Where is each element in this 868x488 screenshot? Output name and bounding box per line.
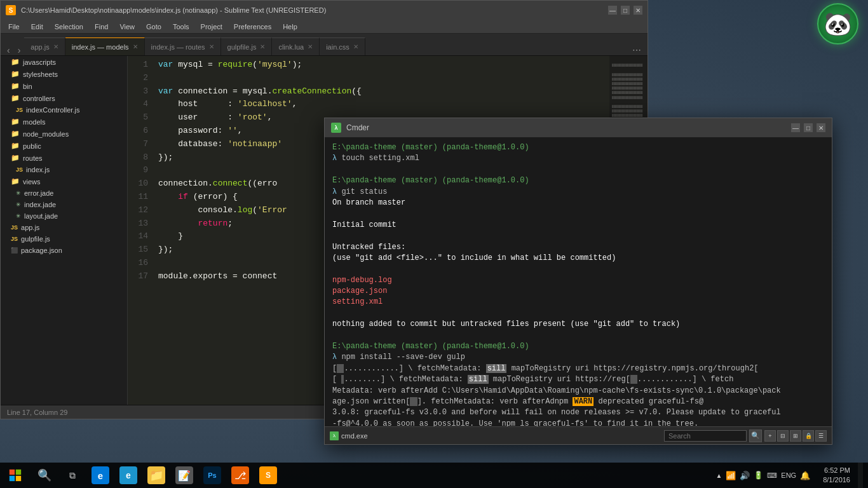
terminal-tab-cmd[interactable]: λ cmd.exe — [330, 431, 368, 440]
js-file-icon: JS — [11, 236, 18, 242]
menu-edit[interactable]: Edit — [26, 22, 48, 32]
menu-help[interactable]: Help — [278, 22, 302, 32]
sidebar-item-models[interactable]: 📁 models — [1, 116, 127, 128]
json-file-icon: ⬛ — [11, 247, 18, 254]
menu-tools[interactable]: Tools — [168, 22, 194, 32]
sublime-title-bar: S C:\Users\Hamid\Desktop\notinaapp\model… — [1, 1, 648, 20]
sidebar-item-appjs[interactable]: JS app.js — [1, 222, 127, 233]
close-button[interactable]: ✕ — [634, 6, 642, 15]
menu-find[interactable]: Find — [90, 22, 113, 32]
terminal-search-button[interactable]: 🔍 — [749, 430, 762, 442]
tab-gulpfile[interactable]: gulpfile.js ✕ — [221, 37, 273, 55]
tab-close-clink[interactable]: ✕ — [308, 43, 313, 50]
menu-view[interactable]: View — [114, 22, 140, 32]
tab-iain-css[interactable]: iain.css ✕ — [320, 37, 365, 55]
svg-rect-3 — [16, 476, 21, 481]
sublime-title: C:\Users\Hamid\Desktop\notinaapp\models\… — [21, 6, 603, 14]
folder-icon: 📁 — [11, 58, 20, 66]
taskbar-clock[interactable]: 6:52 PM 8/1/2016 — [818, 466, 855, 485]
terminal-line-8: (use "git add <file>..." to include in w… — [332, 253, 824, 264]
taskbar-edge-browser[interactable]: e — [86, 463, 114, 488]
terminal-lock-button[interactable]: 🔒 — [803, 430, 814, 442]
cmder-minimize-button[interactable]: — — [791, 123, 800, 132]
menu-goto[interactable]: Goto — [141, 22, 166, 32]
systray-caret[interactable]: ▲ — [715, 472, 722, 479]
sidebar-item-views[interactable]: 📁 views — [1, 175, 127, 187]
tab-indexjs-routes[interactable]: index.js — routes ✕ — [145, 37, 221, 55]
menu-project[interactable]: Project — [196, 22, 227, 32]
terminal-split-v-button[interactable]: ⊞ — [790, 430, 801, 442]
sidebar-item-gulpfilejs[interactable]: JS gulpfile.js — [1, 233, 127, 245]
terminal-line-9: npm-debug.log — [332, 275, 824, 286]
tab-close-indexjs-models[interactable]: ✕ — [133, 43, 138, 50]
folder-icon: 📁 — [11, 142, 20, 150]
terminal-line-17: Metadata: verb afterAdd C:\Users\Hamid\A… — [332, 386, 824, 396]
terminal-line-14: λ npm install --save-dev gulp — [332, 352, 824, 363]
tab-close-appjs[interactable]: ✕ — [53, 43, 58, 50]
tab-prev[interactable]: ‹ — [3, 45, 14, 55]
terminal-content[interactable]: E:\panda-theme (master) (panda-theme@1.0… — [325, 137, 832, 426]
taskbar-git-app[interactable]: ⎇ — [226, 463, 254, 488]
minimize-button[interactable]: — — [608, 6, 617, 15]
taskbar-notes-app[interactable]: 📝 — [170, 463, 198, 488]
terminal-bottom-bar: λ cmd.exe 🔍 + ⊟ ⊞ 🔒 ☰ — [325, 426, 832, 444]
sidebar-item-public[interactable]: 📁 public — [1, 140, 127, 152]
sidebar-item-controllers[interactable]: 📁 controllers — [1, 92, 127, 104]
taskbar-ie-browser[interactable]: e — [114, 463, 142, 488]
folder-icon: 📁 — [11, 154, 20, 162]
sidebar-item-error-jade[interactable]: ✳ error.jade — [1, 187, 127, 199]
terminal-settings-button[interactable]: ☰ — [815, 430, 827, 442]
terminal-line-4: λ git status — [332, 187, 824, 198]
folder-icon: 📁 — [11, 118, 20, 126]
taskbar-photoshop[interactable]: Ps — [198, 463, 226, 488]
sidebar-item-index-routes[interactable]: JS index.js — [1, 164, 127, 175]
file-sidebar: 📁 javascripts 📁 stylesheets 📁 bin 📁 cont… — [1, 56, 128, 405]
terminal-search-input[interactable] — [664, 430, 747, 442]
sidebar-item-index-jade[interactable]: ✳ index.jade — [1, 199, 127, 210]
menu-bar: File Edit Selection Find View Goto Tools… — [1, 20, 648, 34]
terminal-search-area: 🔍 + ⊟ ⊞ 🔒 ☰ — [664, 430, 827, 442]
tab-close-indexjs-routes[interactable]: ✕ — [209, 43, 214, 50]
tab-next[interactable]: › — [14, 45, 25, 55]
sidebar-item-javascripts[interactable]: 📁 javascripts — [1, 56, 127, 68]
tab-close-iain-css[interactable]: ✕ — [353, 43, 358, 50]
tab-more-button[interactable]: ⋯ — [628, 45, 645, 55]
taskbar-search-button[interactable]: 🔍 — [31, 463, 58, 488]
sidebar-item-packagejson[interactable]: ⬛ package.json — [1, 245, 127, 256]
folder-icon: 📁 — [11, 70, 20, 78]
tab-close-gulpfile[interactable]: ✕ — [260, 43, 265, 50]
sidebar-item-bin[interactable]: 📁 bin — [1, 80, 127, 92]
folder-icon: 📁 — [11, 94, 20, 102]
jade-file-icon: ✳ — [16, 201, 21, 208]
systray-volume: 🔊 — [740, 471, 750, 480]
taskbar-task-view[interactable]: ⧉ — [58, 463, 86, 488]
terminal-line-3: E:\panda-theme (master) (panda-theme@1.0… — [332, 175, 824, 186]
menu-file[interactable]: File — [3, 22, 25, 32]
systray-notification[interactable]: 🔔 — [800, 471, 810, 480]
tab-clink[interactable]: clink.lua ✕ — [272, 37, 320, 55]
cmder-app-icon: λ — [331, 123, 341, 133]
taskbar-file-explorer[interactable]: 📁 — [142, 463, 170, 488]
cmder-window-controls: — □ ✕ — [791, 123, 825, 132]
start-button[interactable] — [0, 463, 31, 488]
tab-indexjs-models[interactable]: index.js — models ✕ — [65, 37, 145, 55]
show-desktop-button[interactable] — [858, 463, 863, 488]
sidebar-item-layout-jade[interactable]: ✳ layout.jade — [1, 210, 127, 222]
sidebar-item-routes[interactable]: 📁 routes — [1, 152, 127, 164]
cmder-maximize-button[interactable]: □ — [804, 123, 813, 132]
systray-network: 📶 — [726, 471, 736, 480]
menu-preferences[interactable]: Preferences — [229, 22, 276, 32]
terminal-split-h-button[interactable]: ⊟ — [777, 430, 789, 442]
terminal-add-button[interactable]: + — [764, 430, 776, 442]
terminal-line-18: age.json written[ ]. fetchMetadata: verb… — [332, 396, 824, 407]
cmder-title-bar: λ Cmder — □ ✕ — [325, 118, 832, 137]
terminal-line-11: setting.xml — [332, 297, 824, 308]
cmder-close-button[interactable]: ✕ — [817, 123, 825, 132]
sidebar-item-indexcontroller[interactable]: JS indexController.js — [1, 104, 127, 116]
tab-appjs[interactable]: app.js ✕ — [24, 37, 65, 55]
menu-selection[interactable]: Selection — [50, 22, 88, 32]
sidebar-item-node-modules[interactable]: 📁 node_modules — [1, 128, 127, 140]
maximize-button[interactable]: □ — [621, 6, 630, 15]
sidebar-item-stylesheets[interactable]: 📁 stylesheets — [1, 68, 127, 80]
taskbar-sublime-pinned[interactable]: S — [254, 463, 282, 488]
